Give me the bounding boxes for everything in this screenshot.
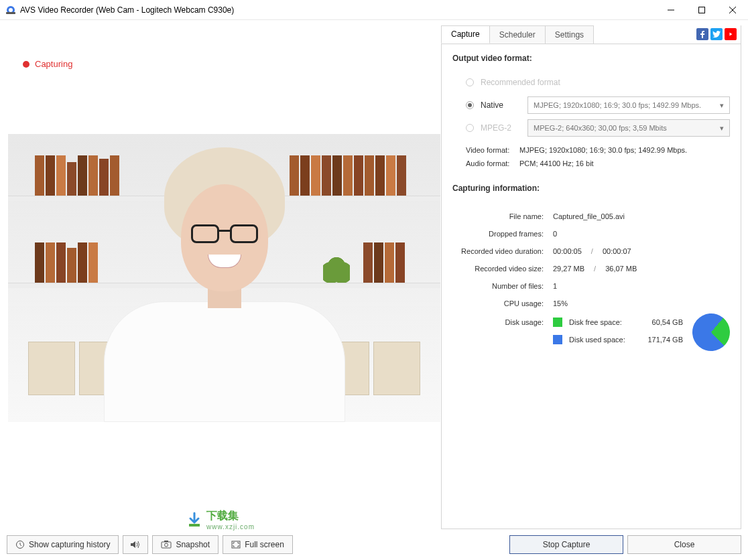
radio-recommended-label: Recommended format [481,78,560,87]
radio-icon [466,78,474,86]
video-preview [8,134,440,422]
twitter-icon[interactable] [710,28,723,40]
window-controls [656,0,748,19]
snapshot-label: Snapshot [176,540,210,549]
separator: / [590,265,600,273]
disk-used-label: Disk used space: [569,336,636,344]
num-files-label: Number of files: [452,282,553,290]
disk-free-label: Disk free space: [569,318,636,326]
disk-free-value: 60,54 GB [643,318,683,326]
show-history-button[interactable]: Show capturing history [7,535,119,554]
disk-used-value: 171,74 GB [643,336,683,344]
file-name-label: File name: [452,212,553,220]
fullscreen-button[interactable]: Full screen [223,535,293,554]
dropped-frames-label: Dropped frames: [452,230,553,238]
swatch-free-icon [553,318,562,327]
close-button[interactable] [717,0,748,20]
num-files-value: 1 [553,282,557,290]
svg-rect-11 [232,541,240,548]
cpu-value: 15% [553,299,568,307]
youtube-icon[interactable] [725,28,737,40]
size-label: Recorded video size: [452,265,553,273]
svg-point-9 [165,543,168,547]
volume-button[interactable] [123,535,148,554]
native-combo-value: MJPEG; 1920x1080; 16:9; 30.0 fps; 1492.9… [534,101,701,109]
control-panel: Capture Scheduler Settings Output video … [441,25,741,529]
download-arrow-icon [186,512,202,528]
svg-rect-10 [164,541,168,542]
output-format-heading: Output video format: [452,54,730,63]
tab-capture[interactable]: Capture [441,25,490,44]
watermark-text: 下载集 [206,510,239,521]
radio-recommended[interactable]: Recommended format [452,71,730,94]
maximize-button[interactable] [686,0,717,20]
native-format-dropdown[interactable]: MJPEG; 1920x1080; 16:9; 30.0 fps; 1492.9… [527,96,730,114]
video-preview-panel: Capturing [0,20,441,535]
svg-point-1 [9,8,13,12]
stop-capture-label: Stop Capture [543,540,590,549]
minimize-button[interactable] [656,0,686,20]
fullscreen-icon [231,541,241,549]
audio-format-value: PCM; 44100 Hz; 16 bit [519,159,594,167]
close-app-button[interactable]: Close [627,535,741,554]
mpeg2-combo-value: MPEG-2; 640x360; 30,00 fps; 3,59 Mbits [534,124,667,132]
app-icon [5,5,16,15]
radio-mpeg2-label: MPEG-2 [481,123,521,133]
svg-rect-4 [699,7,705,13]
disk-pie-chart [685,306,738,359]
swatch-used-icon [553,335,562,344]
record-indicator-icon [23,61,29,68]
size-a: 29,27 MB [553,265,584,273]
camera-icon [161,541,172,549]
chevron-down-icon: ▾ [720,101,724,110]
capture-status-text: Capturing [35,59,72,69]
close-app-label: Close [674,540,695,549]
titlebar: AVS Video Recorder (Web Cam - Logitech W… [0,0,748,20]
duration-a: 00:00:05 [553,247,582,255]
capture-status-row: Capturing [23,59,72,69]
separator: / [587,247,597,255]
video-format-label: Video format: [466,146,519,154]
dropped-frames-value: 0 [553,230,557,238]
show-history-label: Show capturing history [29,540,110,549]
radio-mpeg2[interactable]: MPEG-2 MPEG-2; 640x360; 30,00 fps; 3,59 … [452,117,730,139]
facebook-icon[interactable] [696,28,708,40]
window-title: AVS Video Recorder (Web Cam - Logitech W… [20,5,656,15]
size-b: 36,07 MB [605,265,637,273]
snapshot-button[interactable]: Snapshot [152,535,219,554]
social-links [696,28,737,40]
chevron-down-icon: ▾ [720,124,724,133]
radio-native[interactable]: Native MJPEG; 1920x1080; 16:9; 30.0 fps;… [452,94,730,117]
capturing-info-heading: Capturing information: [452,184,730,193]
svg-rect-8 [162,542,171,548]
disk-usage-label: Disk usage: [452,313,553,351]
cpu-label: CPU usage: [452,299,553,307]
audio-format-label: Audio format: [466,159,519,167]
radio-icon [466,101,474,109]
stop-capture-button[interactable]: Stop Capture [509,535,623,554]
duration-b: 00:00:07 [603,247,631,255]
radio-icon [466,124,474,132]
tab-scheduler[interactable]: Scheduler [489,25,546,44]
mpeg2-format-dropdown[interactable]: MPEG-2; 640x360; 30,00 fps; 3,59 Mbits ▾ [527,119,730,137]
tab-settings[interactable]: Settings [545,25,594,44]
bottom-toolbar: Show capturing history Snapshot Full scr… [0,535,748,560]
duration-label: Recorded video duration: [452,247,553,255]
watermark: 下载集 www.xzji.com [186,509,255,531]
watermark-url: www.xzji.com [206,523,255,531]
speaker-icon [130,540,141,549]
history-icon [15,540,25,549]
file-name-value: Captured_file_005.avi [553,212,625,220]
svg-rect-2 [6,12,15,14]
fullscreen-label: Full screen [245,540,284,549]
radio-native-label: Native [481,100,521,110]
video-format-value: MJPEG; 1920x1080; 16:9; 30.0 fps; 1492.9… [519,146,687,154]
